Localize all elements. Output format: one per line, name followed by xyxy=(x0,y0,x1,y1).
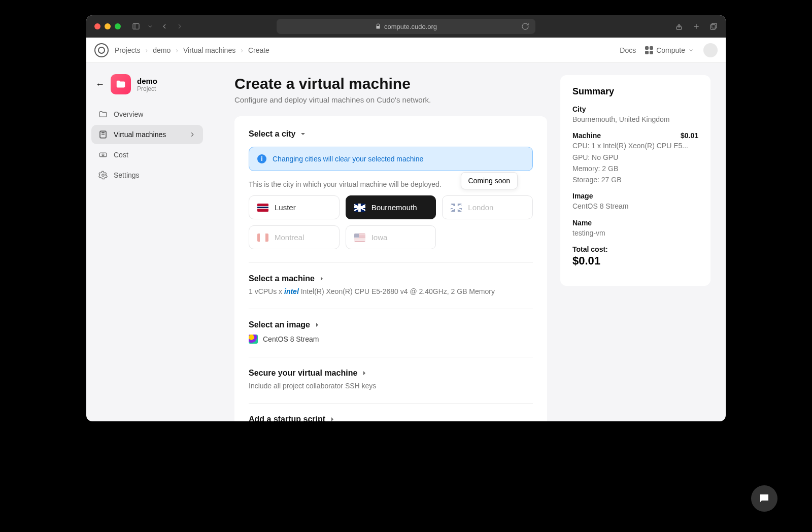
summary-image-value: CentOS 8 Stream xyxy=(572,201,698,211)
flag-us-icon xyxy=(354,234,365,242)
summary-total-label: Total cost: xyxy=(572,245,698,253)
city-bournemouth[interactable]: Bournemouth xyxy=(346,195,436,219)
app-header: Projects› demo› Virtual machines› Create… xyxy=(86,38,726,63)
sidebar-item-overview[interactable]: Overview xyxy=(91,105,203,124)
sidebar: ← demo Project Overview Virtual machines… xyxy=(86,63,208,421)
compute-dropdown[interactable]: Compute xyxy=(645,46,694,54)
svg-rect-6 xyxy=(710,25,715,29)
grid-icon xyxy=(645,46,653,54)
avatar[interactable] xyxy=(703,43,718,57)
address-bar[interactable]: compute.cudo.org xyxy=(277,19,535,34)
chevron-down-icon[interactable] xyxy=(147,22,153,30)
crumb-create[interactable]: Create xyxy=(248,46,269,54)
close-window[interactable] xyxy=(94,23,100,29)
flag-canada-icon xyxy=(257,234,268,242)
sidebar-item-settings[interactable]: Settings xyxy=(91,165,203,185)
form-card: Select a city i Changing cities will cle… xyxy=(234,116,547,421)
folder-icon xyxy=(98,110,108,119)
coming-soon-tooltip: Coming soon xyxy=(461,172,518,189)
caret-right-icon xyxy=(314,322,320,328)
url-text: compute.cudo.org xyxy=(384,23,437,30)
project-name: demo xyxy=(137,77,157,85)
flag-norway-icon xyxy=(257,204,268,212)
app-logo[interactable] xyxy=(94,43,109,57)
back-icon[interactable] xyxy=(160,22,168,30)
money-icon xyxy=(98,150,108,159)
section-image[interactable]: Select an image xyxy=(249,320,533,329)
image-value: CentOS 8 Stream xyxy=(263,335,319,343)
crumb-projects[interactable]: Projects xyxy=(115,46,141,54)
new-tab-icon[interactable] xyxy=(692,22,700,30)
sidebar-item-cost[interactable]: Cost xyxy=(91,145,203,164)
chevron-right-icon xyxy=(189,131,196,138)
gear-icon xyxy=(98,171,108,180)
info-alert: i Changing cities will clear your select… xyxy=(249,147,533,171)
secure-line: Include all project collaborator SSH key… xyxy=(249,382,533,390)
page-subtitle: Configure and deploy virtual machines on… xyxy=(234,95,547,104)
svg-rect-5 xyxy=(712,23,717,28)
machine-summary: 1 vCPUs x intel Intel(R) Xeon(R) CPU E5-… xyxy=(249,287,533,295)
section-city[interactable]: Select a city xyxy=(249,129,533,139)
flag-uk-icon xyxy=(354,204,365,212)
tabs-icon[interactable] xyxy=(709,22,718,30)
project-sub: Project xyxy=(137,85,157,92)
caret-right-icon xyxy=(319,276,325,282)
server-icon xyxy=(98,130,108,139)
info-icon: i xyxy=(257,154,266,163)
page-title: Create a virtual machine xyxy=(234,75,547,92)
flag-uk-icon xyxy=(451,204,462,212)
breadcrumb: Projects› demo› Virtual machines› Create xyxy=(115,46,269,54)
summary-image-label: Image xyxy=(572,192,698,200)
crumb-demo[interactable]: demo xyxy=(153,46,171,54)
back-arrow[interactable]: ← xyxy=(95,79,105,90)
forward-icon[interactable] xyxy=(176,22,184,30)
summary-title: Summary xyxy=(572,86,698,97)
reload-icon[interactable] xyxy=(521,22,529,30)
city-london: London xyxy=(442,195,533,219)
svg-rect-10 xyxy=(99,153,107,157)
share-icon[interactable] xyxy=(675,22,683,30)
summary-name-label: Name xyxy=(572,219,698,227)
sidebar-toggle-icon[interactable] xyxy=(132,22,140,30)
titlebar: compute.cudo.org xyxy=(86,15,726,38)
caret-right-icon xyxy=(329,416,335,421)
crumb-vms[interactable]: Virtual machines xyxy=(183,46,235,54)
sidebar-item-vms[interactable]: Virtual machines xyxy=(91,125,203,144)
svg-rect-0 xyxy=(133,24,139,29)
maximize-window[interactable] xyxy=(115,23,121,29)
svg-point-11 xyxy=(102,154,104,156)
summary-total-value: $0.01 xyxy=(572,254,698,268)
chevron-down-icon xyxy=(688,47,694,53)
window-controls xyxy=(94,23,121,29)
summary-name-value: testing-vm xyxy=(572,228,698,238)
project-icon xyxy=(111,74,131,94)
section-startup[interactable]: Add a startup script xyxy=(249,415,533,421)
summary-panel: Summary City Bournemouth, United Kingdom… xyxy=(560,75,710,286)
svg-rect-7 xyxy=(100,131,106,138)
summary-machine-label: Machine xyxy=(572,131,601,140)
city-iowa: Iowa xyxy=(346,225,436,249)
svg-point-12 xyxy=(102,174,105,177)
app-window: compute.cudo.org Projects› demo› Virtual… xyxy=(86,15,726,421)
summary-machine-price: $0.01 xyxy=(681,131,698,140)
summary-city-value: Bournemouth, United Kingdom xyxy=(572,114,698,124)
docs-link[interactable]: Docs xyxy=(620,46,636,54)
lock-icon xyxy=(375,22,381,30)
caret-down-icon xyxy=(300,131,306,137)
os-icon xyxy=(249,335,258,344)
city-luster[interactable]: Luster xyxy=(249,195,340,219)
minimize-window[interactable] xyxy=(105,23,111,29)
caret-right-icon xyxy=(361,370,367,376)
section-machine[interactable]: Select a machine xyxy=(249,274,533,283)
city-montreal: Montreal xyxy=(249,225,340,249)
section-secure[interactable]: Secure your virtual machine xyxy=(249,369,533,378)
summary-city-label: City xyxy=(572,105,698,113)
